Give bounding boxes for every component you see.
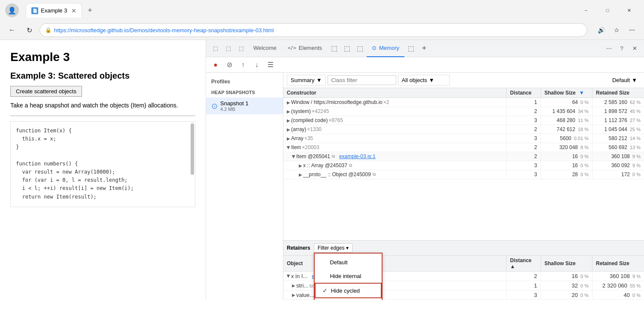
scrollbar-vertical[interactable] <box>191 123 194 175</box>
dropdown-option-default: Default <box>330 259 347 266</box>
snapshot-info: Snapshot 1 4.2 MB <box>220 100 249 112</box>
dropdown-item-hide-internal[interactable]: Hide internal <box>315 269 382 283</box>
record-button[interactable]: ● <box>210 59 222 71</box>
snapshot-name: Snapshot 1 <box>220 100 249 107</box>
td-distance: 3 <box>507 116 541 125</box>
td-distance: 3 <box>507 134 541 143</box>
td-constructor: ▶ Window / https://microsoftedge.github.… <box>283 98 507 107</box>
dock-button[interactable]: ⬚ <box>235 43 247 55</box>
upload-button[interactable]: ↑ <box>237 59 249 71</box>
expand-icon[interactable]: ▶ <box>287 127 290 132</box>
favorites-button[interactable]: ☆ <box>610 23 623 37</box>
help-button[interactable]: ? <box>616 43 628 55</box>
expand-icon[interactable]: ▶ <box>292 293 295 297</box>
download-button[interactable]: ↓ <box>251 59 263 71</box>
objects-label: All objects <box>402 77 427 83</box>
td-distance: 3 <box>507 170 541 179</box>
checkmark-icon: ✓ <box>322 287 328 294</box>
performance-tab-icon[interactable]: ⬚ <box>354 43 366 55</box>
tab-memory[interactable]: ⊙ Memory <box>367 40 404 57</box>
expand-icon[interactable]: ▶ <box>287 100 290 105</box>
devtools-panel: ⬚ ⬚ ⬚ Welcome </> Elements ⬚ ⬚ ⬚ ⊙ Memor… <box>206 40 644 300</box>
expand-icon[interactable]: ▶ <box>286 146 291 149</box>
maximize-button[interactable]: □ <box>598 3 617 17</box>
more-options-button[interactable]: ⋯ <box>603 43 615 55</box>
expand-icon[interactable]: ▶ <box>287 136 290 141</box>
td-distance: 3 <box>507 161 541 170</box>
dropdown-item-default[interactable]: Default <box>315 255 382 269</box>
memory-toolbar: ● ⊘ ↑ ↓ ☰ <box>206 57 644 73</box>
expand-icon[interactable]: ▶ <box>299 172 302 177</box>
source-link[interactable]: example-03.js:1 <box>339 153 376 159</box>
create-scattered-objects-button[interactable]: Create scattered objects <box>10 86 82 97</box>
snapshot-item[interactable]: ⊙ Snapshot 1 4.2 MB <box>206 98 283 114</box>
constructor-name: Item <box>291 144 301 150</box>
tab-welcome[interactable]: Welcome <box>248 40 282 57</box>
dock-side-button[interactable]: ⬚ <box>405 43 417 55</box>
url-box[interactable]: 🔒 https://microsoftedge.github.io/Demos/… <box>39 23 587 37</box>
minimize-button[interactable]: − <box>576 3 596 17</box>
td-distance: 2 <box>507 125 541 134</box>
sort-desc-icon[interactable]: ▼ <box>579 90 584 96</box>
address-actions: 🔊 ☆ ⋯ <box>594 23 639 37</box>
class-filter-input[interactable] <box>328 75 396 85</box>
expand-icon[interactable]: ▶ <box>292 283 295 288</box>
copy-icon[interactable]: ⧉ <box>332 154 335 159</box>
retainers-header: Retainers Filter edges ▾ Default <box>283 241 644 256</box>
rtd-distance: 2 <box>507 272 541 281</box>
address-bar: ← ↻ 🔒 https://microsoftedge.github.io/De… <box>0 21 644 40</box>
lock-icon: 🔒 <box>45 27 52 33</box>
count: ×35 <box>304 135 313 141</box>
profile-avatar[interactable]: 👤 <box>5 3 19 17</box>
summary-select[interactable]: Summary ▼ <box>287 75 326 86</box>
code-block: function Item(x) { this.x = x; } functio… <box>10 121 195 207</box>
default-select[interactable]: Default ▼ <box>609 75 641 85</box>
filter-edges-button[interactable]: Filter edges ▾ <box>314 243 353 253</box>
add-panel-button[interactable]: + <box>418 43 430 55</box>
summary-label: Summary <box>291 77 315 83</box>
expand-icon[interactable]: ▶ <box>287 118 290 123</box>
td-constructor: ▶ Item ×20003 <box>283 143 507 152</box>
td-retained: 2 585 160 62 % <box>592 98 644 107</box>
back-button[interactable]: ← <box>5 23 19 37</box>
page-subtitle: Example 3: Scattered objects <box>10 71 195 81</box>
read-aloud-button[interactable]: 🔊 <box>594 23 608 37</box>
expand-icon[interactable]: ▶ <box>292 155 296 158</box>
copy-icon[interactable]: ⧉ <box>349 163 352 168</box>
copy-icon[interactable]: ⧉ <box>373 172 376 177</box>
expand-icon[interactable]: ▶ <box>287 109 290 114</box>
retainers-label: Retainers <box>287 245 310 251</box>
tab-elements[interactable]: </> Elements <box>283 40 327 57</box>
td-constructor: ▶ (compiled code) ×8765 <box>283 116 507 125</box>
collect-garbage-button[interactable]: ☰ <box>264 59 276 71</box>
new-tab-button[interactable]: + <box>84 4 96 16</box>
network-tab-icon[interactable]: ⬚ <box>328 43 340 55</box>
dropdown-item-hide-cycled[interactable]: ✓ Hide cycled <box>315 283 382 298</box>
clear-button[interactable]: ⊘ <box>223 59 235 71</box>
elements-tab-icon: </> <box>288 45 296 51</box>
device-emulation-button[interactable]: ⬚ <box>222 43 234 55</box>
sources-tab-icon[interactable]: ⬚ <box>341 43 353 55</box>
close-button[interactable]: ✕ <box>619 3 639 17</box>
close-devtools-button[interactable]: ✕ <box>629 43 641 55</box>
th-distance: Distance <box>507 88 541 98</box>
profiles-title: Profiles <box>206 76 283 87</box>
objects-select[interactable]: All objects ▼ <box>398 75 450 86</box>
td-retained: 560 692 13 % <box>592 143 644 152</box>
retainer-object: stri... <box>296 282 308 289</box>
snapshot-size: 4.2 MB <box>220 107 249 112</box>
table-row: ▶ Item @265041 ⧉ example-03.js:1 2 16 0 … <box>283 152 644 161</box>
more-button[interactable]: ⋯ <box>625 23 639 37</box>
expand-icon[interactable]: ▶ <box>299 163 302 168</box>
td-shallow: 742 612 18 % <box>541 125 592 134</box>
refresh-button[interactable]: ↻ <box>22 23 36 37</box>
inspect-element-button[interactable]: ⬚ <box>210 43 222 55</box>
expand-icon[interactable]: ▶ <box>286 275 291 278</box>
tab-close-icon[interactable]: ✕ <box>71 7 76 14</box>
heap-table: ▶ Window / https://microsoftedge.github.… <box>283 98 644 240</box>
browser-tab[interactable]: 📄 Example 3 ✕ <box>26 3 82 18</box>
count: ×2 <box>383 99 389 105</box>
memory-tab-icon: ⊙ <box>372 45 377 51</box>
count: ×20003 <box>302 144 319 150</box>
page-description: Take a heap snapshot and watch the objec… <box>10 102 195 109</box>
